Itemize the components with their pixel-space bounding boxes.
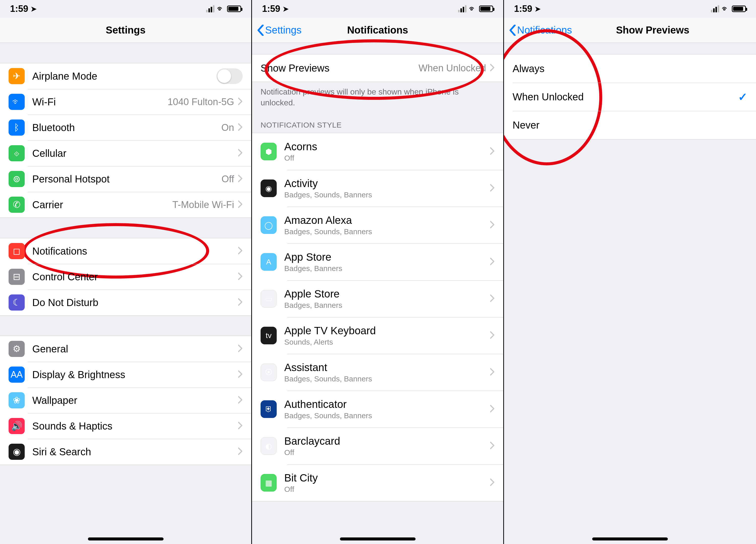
option-label: Always — [513, 63, 747, 74]
siri-icon: ◉ — [9, 444, 25, 460]
notifications-icon: ◻ — [9, 243, 25, 259]
navbar: Settings Notifications — [252, 18, 503, 43]
airplane-icon: ✈ — [9, 68, 25, 84]
app-name: Assistant — [284, 362, 490, 374]
notification-apps-list: ⬢AcornsOff◉ActivityBadges, Sounds, Banne… — [252, 133, 503, 501]
option-always[interactable]: Always — [504, 54, 756, 83]
chevron-right-icon — [238, 396, 243, 405]
settings-row-display-brightness[interactable]: AADisplay & Brightness — [0, 362, 251, 388]
display-icon: AA — [9, 367, 25, 383]
row-value: 1040 Fulton-5G — [168, 96, 234, 107]
settings-row-airplane-mode[interactable]: ✈Airplane Mode — [0, 63, 251, 89]
settings-row-wi-fi[interactable]: ᯤWi-Fi1040 Fulton-5G — [0, 89, 251, 115]
settings-row-control-center[interactable]: ⊟Control Center — [0, 264, 251, 290]
row-label: Display & Brightness — [32, 369, 238, 380]
chevron-right-icon — [490, 147, 495, 156]
app-icon: tv — [261, 327, 277, 344]
status-bar: 1:59 ➤ ᯤ — [0, 0, 251, 18]
back-label: Settings — [265, 24, 302, 36]
app-sub: Off — [284, 154, 490, 162]
app-row-barclaycard[interactable]: ◐BarclaycardOff — [252, 428, 503, 464]
row-label: Wallpaper — [32, 395, 238, 406]
settings-row-do-not-disturb[interactable]: ☾Do Not Disturb — [0, 290, 251, 315]
location-arrow-icon: ➤ — [283, 5, 289, 13]
battery-icon — [479, 6, 493, 12]
row-value: Off — [222, 174, 234, 184]
app-icon: ◯ — [261, 216, 277, 234]
settings-row-notifications[interactable]: ◻Notifications — [0, 238, 251, 264]
app-row-authenticator[interactable]: ⛨AuthenticatorBadges, Sounds, Banners — [252, 391, 503, 428]
back-button[interactable]: Settings — [257, 18, 302, 43]
status-bar: 1:59 ➤ ᯤ — [504, 0, 756, 18]
settings-row-bluetooth[interactable]: ᛒBluetoothOn — [0, 115, 251, 140]
page-title: Show Previews — [616, 24, 689, 36]
row-show-previews[interactable]: Show Previews When Unlocked — [252, 54, 503, 82]
wallpaper-icon: ❀ — [9, 392, 25, 408]
navbar: Notifications Show Previews — [504, 18, 756, 43]
wifi-status-icon: ᯤ — [217, 5, 225, 13]
home-indicator[interactable] — [340, 537, 416, 540]
location-arrow-icon: ➤ — [31, 5, 37, 13]
app-row-apple-tv-keyboard[interactable]: tvApple TV KeyboardSounds, Alerts — [252, 317, 503, 354]
chevron-right-icon — [238, 149, 243, 157]
page-title: Settings — [106, 24, 146, 36]
app-row-activity[interactable]: ◉ActivityBadges, Sounds, Banners — [252, 170, 503, 207]
app-row-assistant[interactable]: ⦿AssistantBadges, Sounds, Banners — [252, 354, 503, 391]
app-row-bit-city[interactable]: ▦Bit CityOff — [252, 464, 503, 501]
app-row-apple-store[interactable]: ▭Apple StoreBadges, Banners — [252, 280, 503, 317]
option-never[interactable]: Never — [504, 111, 756, 139]
row-label: Carrier — [32, 199, 172, 210]
app-sub: Badges, Sounds, Banners — [284, 375, 490, 383]
settings-row-siri-search[interactable]: ◉Siri & Search — [0, 439, 251, 465]
chevron-right-icon — [238, 123, 243, 132]
home-indicator[interactable] — [592, 537, 668, 540]
toggle[interactable] — [216, 68, 243, 84]
signal-icon — [458, 5, 466, 12]
app-name: Apple Store — [284, 288, 490, 300]
chevron-right-icon — [238, 448, 243, 456]
app-row-app-store[interactable]: AApp StoreBadges, Banners — [252, 243, 503, 280]
screen-settings: 1:59 ➤ ᯤ Settings ✈Airplane ModeᯤWi-Fi10… — [0, 0, 252, 544]
app-row-amazon-alexa[interactable]: ◯Amazon AlexaBadges, Sounds, Banners — [252, 207, 503, 243]
row-label: Personal Hotspot — [32, 173, 222, 185]
signal-icon — [206, 5, 214, 12]
screen-notifications: 1:59 ➤ ᯤ Settings Notifications Show Pre… — [252, 0, 504, 544]
row-label: Notifications — [32, 245, 238, 257]
chevron-right-icon — [490, 478, 495, 487]
app-name: Authenticator — [284, 398, 490, 410]
app-icon: ◐ — [261, 437, 277, 455]
settings-row-wallpaper[interactable]: ❀Wallpaper — [0, 388, 251, 413]
status-time: 1:59 — [10, 4, 28, 14]
signal-icon — [711, 5, 719, 12]
option-when-unlocked[interactable]: When Unlocked✓ — [504, 83, 756, 111]
settings-group-1: ✈Airplane ModeᯤWi-Fi1040 Fulton-5GᛒBluet… — [0, 63, 251, 218]
chevron-right-icon — [490, 221, 495, 229]
chevron-left-icon — [509, 25, 516, 36]
app-name: Activity — [284, 177, 490, 189]
carrier-icon: ✆ — [9, 197, 25, 213]
status-time: 1:59 — [262, 4, 280, 14]
app-sub: Badges, Banners — [284, 264, 490, 273]
chevron-right-icon — [238, 273, 243, 281]
chevron-right-icon — [238, 298, 243, 307]
settings-row-general[interactable]: ⚙General — [0, 336, 251, 362]
chevron-right-icon — [490, 64, 495, 72]
settings-row-carrier[interactable]: ✆CarrierT-Mobile Wi-Fi — [0, 192, 251, 217]
app-name: Apple TV Keyboard — [284, 325, 490, 337]
back-button[interactable]: Notifications — [509, 18, 572, 43]
chevron-right-icon — [238, 370, 243, 379]
app-row-acorns[interactable]: ⬢AcornsOff — [252, 133, 503, 170]
app-name: Acorns — [284, 141, 490, 153]
settings-row-sounds-haptics[interactable]: 🔊Sounds & Haptics — [0, 413, 251, 439]
chevron-right-icon — [490, 184, 495, 192]
control-center-icon: ⊟ — [9, 269, 25, 285]
home-indicator[interactable] — [88, 537, 164, 540]
chevron-right-icon — [238, 175, 243, 183]
chevron-right-icon — [490, 368, 495, 377]
settings-row-personal-hotspot[interactable]: ⊚Personal HotspotOff — [0, 166, 251, 192]
settings-row-cellular[interactable]: ⟐Cellular — [0, 140, 251, 166]
chevron-right-icon — [238, 200, 243, 209]
app-icon: ▭ — [261, 290, 277, 308]
show-previews-value: When Unlocked — [419, 63, 486, 74]
app-sub: Sounds, Alerts — [284, 338, 490, 346]
